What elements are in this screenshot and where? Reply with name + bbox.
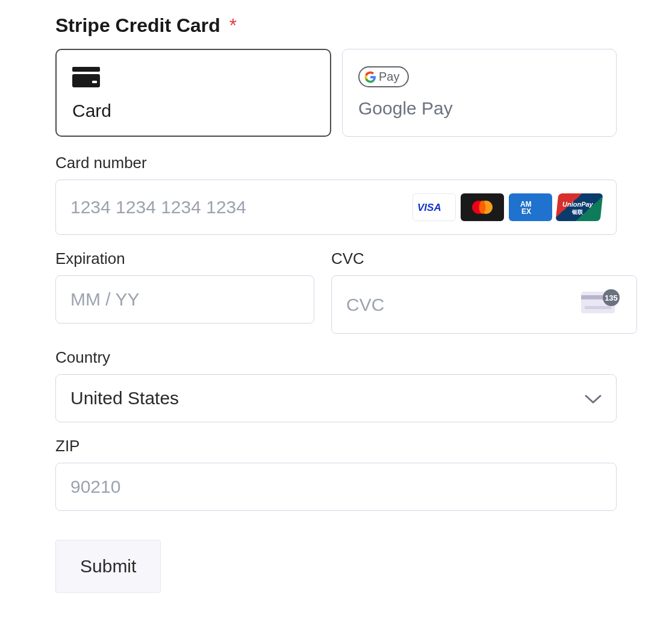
cvc-label: CVC — [331, 249, 637, 268]
expiration-input-wrap — [55, 275, 314, 324]
unionpay-icon: UnionPay 银联 — [556, 193, 603, 221]
visa-icon: VISA — [412, 193, 456, 221]
mastercard-icon — [461, 193, 504, 221]
payment-method-gpay[interactable]: Pay Google Pay — [342, 49, 617, 137]
cvc-hint-icon: 135 — [581, 289, 622, 320]
svg-text:UnionPay: UnionPay — [562, 201, 594, 208]
payment-method-row: Card Pay Google Pay — [55, 49, 617, 137]
chevron-down-icon — [585, 388, 602, 408]
card-number-input[interactable] — [70, 197, 406, 217]
cvc-input-wrap: 135 — [331, 275, 637, 334]
country-field: Country United States — [55, 348, 617, 422]
required-asterisk: * — [229, 14, 237, 36]
svg-rect-0 — [72, 67, 100, 72]
svg-text:EX: EX — [521, 207, 531, 216]
svg-text:VISA: VISA — [417, 202, 441, 213]
country-selected-value: United States — [70, 388, 179, 408]
zip-input[interactable] — [70, 477, 602, 497]
zip-field: ZIP — [55, 437, 617, 511]
payment-method-card[interactable]: Card — [55, 49, 331, 137]
zip-input-wrap — [55, 463, 617, 511]
expiration-input[interactable] — [70, 289, 299, 310]
country-select[interactable]: United States — [55, 374, 617, 422]
card-number-label: Card number — [55, 154, 617, 172]
amex-icon: AM EX — [509, 193, 552, 221]
credit-card-icon — [72, 67, 100, 90]
card-number-field: Card number VISA AM EX — [55, 154, 617, 235]
expiration-label: Expiration — [55, 249, 314, 268]
gpay-pill-text: Pay — [379, 70, 399, 84]
svg-rect-13 — [585, 306, 611, 309]
cvc-input[interactable] — [346, 295, 575, 315]
cvc-field: CVC 135 — [331, 249, 637, 334]
heading-text: Stripe Credit Card — [55, 14, 220, 36]
svg-text:135: 135 — [605, 293, 618, 302]
card-brand-icons: VISA AM EX UnionPay 银联 — [412, 193, 602, 221]
svg-rect-2 — [92, 81, 97, 83]
payment-method-gpay-label: Google Pay — [358, 98, 453, 119]
zip-label: ZIP — [55, 437, 617, 455]
google-pay-icon: Pay — [358, 66, 409, 87]
payment-method-card-label: Card — [72, 101, 111, 121]
svg-point-6 — [479, 201, 486, 214]
svg-text:银联: 银联 — [571, 209, 583, 215]
form-heading: Stripe Credit Card * — [55, 14, 617, 37]
card-number-input-wrap: VISA AM EX UnionPay 银联 — [55, 180, 617, 235]
expiration-field: Expiration — [55, 249, 314, 334]
submit-button[interactable]: Submit — [55, 540, 161, 593]
country-label: Country — [55, 348, 617, 367]
